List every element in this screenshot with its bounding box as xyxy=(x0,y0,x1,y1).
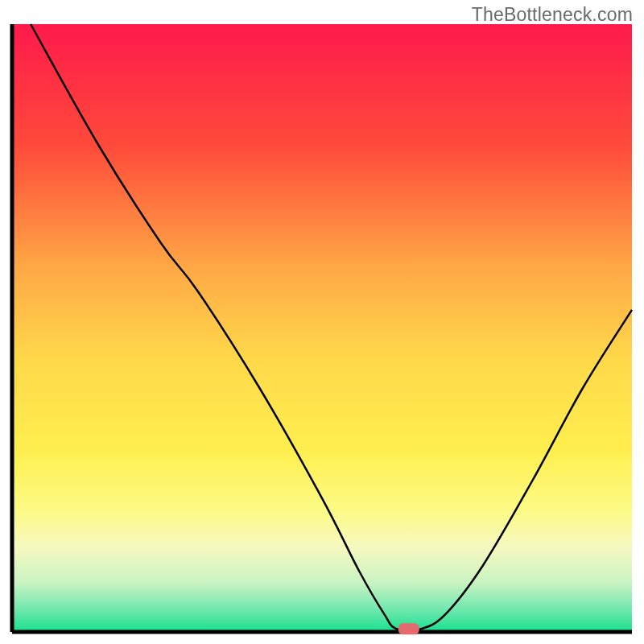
minimum-marker xyxy=(398,623,419,634)
plot-background xyxy=(12,24,632,632)
watermark-text: TheBottleneck.com xyxy=(472,4,633,26)
bottleneck-chart xyxy=(0,0,644,644)
chart-container: TheBottleneck.com xyxy=(0,0,644,644)
